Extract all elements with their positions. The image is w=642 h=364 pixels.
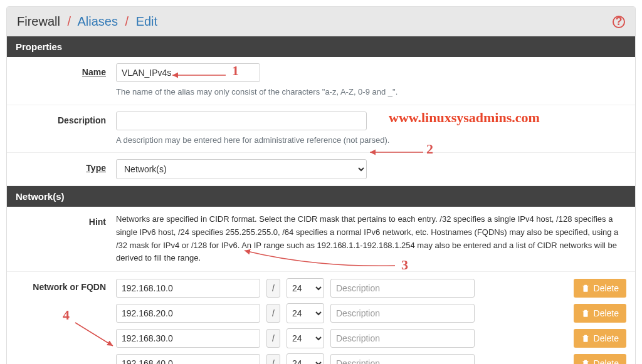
trash-icon [581,334,590,343]
cidr-slash: / [266,329,280,348]
cidr-slash: / [266,304,280,323]
network-description-input[interactable] [330,304,475,323]
breadcrumb-sep: / [125,14,129,28]
network-description-input[interactable] [330,329,475,348]
delete-button[interactable]: Delete [574,304,626,323]
description-input[interactable] [116,112,367,130]
delete-label: Delete [594,333,619,343]
cidr-select[interactable]: 24 [287,328,324,348]
breadcrumb-sep: / [67,14,71,28]
trash-icon [581,359,590,364]
row-networks: Network or FQDN /24Delete/24Delete/24Del… [7,272,635,364]
network-row: /24Delete [116,353,626,364]
trash-icon [581,284,590,293]
breadcrumb-edit[interactable]: Edit [136,14,157,28]
delete-button[interactable]: Delete [574,329,626,348]
delete-button[interactable]: Delete [574,279,626,298]
section-networks-header: Network(s) [7,186,635,207]
row-hint: Hint Networks are specified in CIDR form… [7,207,635,272]
label-hint: Hint [16,213,116,227]
row-name: Name The name of the alias may only cons… [7,57,635,105]
name-help: The name of the alias may only consist o… [116,86,626,98]
network-address-input[interactable] [116,304,260,323]
delete-label: Delete [594,308,619,318]
breadcrumb: Firewall / Aliases / Edit [17,14,157,29]
cidr-slash: / [266,354,280,364]
cidr-select[interactable]: 24 [287,278,324,298]
label-netfqdn: Network or FQDN [16,278,116,292]
cidr-slash: / [266,279,280,298]
network-description-input[interactable] [330,354,475,364]
cidr-select[interactable]: 24 [287,303,324,323]
help-icon[interactable]: ? [613,16,625,28]
type-select[interactable]: Network(s) [116,159,367,179]
label-type: Type [16,159,116,173]
delete-button[interactable]: Delete [574,354,626,364]
row-type: Type Network(s) [7,153,635,186]
breadcrumb-aliases[interactable]: Aliases [77,14,117,28]
cidr-select[interactable]: 24 [287,353,324,364]
network-description-input[interactable] [330,279,475,298]
section-properties-header: Properties [7,36,635,57]
breadcrumb-root: Firewall [17,14,60,28]
label-name: Name [16,63,116,77]
main-panel: Firewall / Aliases / Edit ? Properties N… [6,6,636,364]
description-help: A description may be entered here for ad… [116,134,626,147]
network-address-input[interactable] [116,329,260,348]
network-row: /24Delete [116,303,626,323]
delete-label: Delete [594,358,619,364]
network-address-input[interactable] [116,354,260,364]
network-address-input[interactable] [116,279,260,298]
network-row: /24Delete [116,328,626,348]
name-input[interactable] [116,63,260,82]
trash-icon [581,309,590,318]
network-row: /24Delete [116,278,626,298]
label-description: Description [16,112,116,125]
breadcrumb-bar: Firewall / Aliases / Edit ? [7,7,635,36]
delete-label: Delete [594,283,619,293]
hint-text: Networks are specified in CIDR format. S… [116,213,626,265]
row-description: Description A description may be entered… [7,105,635,153]
